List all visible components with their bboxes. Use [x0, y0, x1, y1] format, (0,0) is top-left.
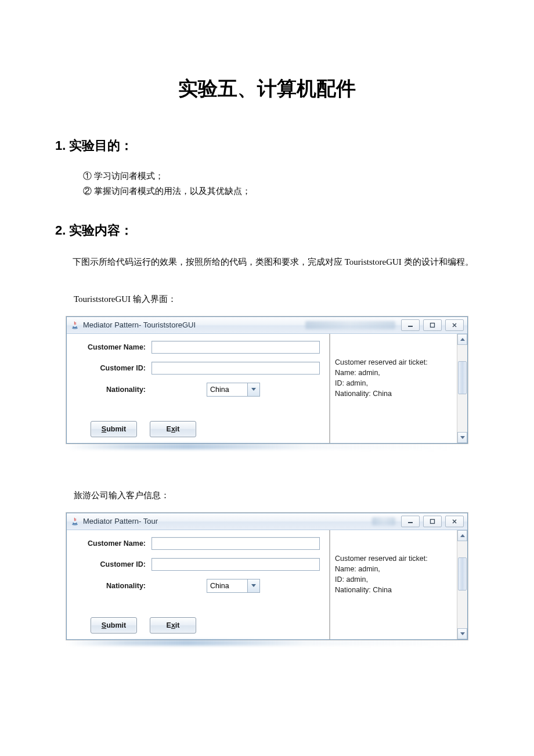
input-customer-name[interactable]: [151, 341, 320, 354]
vertical-scrollbar[interactable]: [457, 530, 467, 639]
submit-button[interactable]: Submit: [91, 617, 137, 633]
combo-selected-text: China: [207, 386, 247, 394]
section1-list: ① 学习访问者模式； ② 掌握访问者模式的用法，以及其优缺点；: [83, 169, 479, 199]
chevron-down-icon[interactable]: [247, 383, 259, 396]
scroll-up-icon[interactable]: [457, 334, 467, 345]
input-customer-name[interactable]: [151, 537, 320, 550]
chevron-down-icon[interactable]: [247, 579, 259, 592]
window-title: Mediator Pattern- Tour: [83, 517, 273, 525]
svg-point-0: [73, 327, 78, 329]
form-panel: Customer Name: Customer ID: Nationality:…: [67, 530, 330, 639]
output-line: ID: admin,: [335, 574, 453, 585]
scroll-track[interactable]: [457, 345, 467, 432]
scroll-down-icon[interactable]: [457, 628, 467, 639]
scroll-thumb[interactable]: [458, 557, 467, 591]
exit-button[interactable]: Exit: [150, 617, 196, 633]
output-line: ID: admin,: [335, 378, 453, 388]
label-customer-id: Customer ID:: [76, 560, 151, 568]
output-line: Nationality: China: [335, 388, 453, 399]
output-line: Customer reserved air ticket:: [335, 357, 453, 368]
combo-nationality[interactable]: China: [207, 383, 260, 397]
output-line: Nationality: China: [335, 585, 453, 595]
label-customer-name: Customer Name:: [76, 539, 151, 548]
titlebar: Mediator Pattern- TouriststoreGUI: [67, 317, 467, 334]
scroll-thumb[interactable]: [458, 361, 467, 394]
svg-rect-4: [408, 522, 413, 523]
scroll-up-icon[interactable]: [457, 530, 467, 541]
list-item: ② 掌握访问者模式的用法，以及其优缺点；: [83, 184, 479, 199]
scroll-track[interactable]: [457, 541, 467, 628]
title-blur-area: [372, 517, 395, 525]
svg-rect-2: [431, 323, 435, 327]
window-title: Mediator Pattern- TouriststoreGUI: [83, 321, 305, 329]
input-customer-id[interactable]: [151, 558, 320, 571]
label-customer-id: Customer ID:: [76, 364, 151, 372]
svg-point-3: [73, 524, 78, 525]
vertical-scrollbar[interactable]: [457, 334, 467, 443]
title-blur-area: [305, 321, 395, 329]
document-title: 实验五、计算机配件: [55, 75, 479, 102]
app-window-tour: Mediator Pattern- Tour Customer Name:: [66, 513, 468, 640]
screenshot-edge-blur: [67, 444, 467, 449]
minimize-button[interactable]: [401, 319, 420, 331]
input-customer-id[interactable]: [151, 362, 320, 375]
scroll-down-icon[interactable]: [457, 432, 467, 443]
form-panel: Customer Name: Customer ID: Nationality:…: [67, 334, 330, 443]
maximize-button[interactable]: [423, 516, 442, 527]
label-customer-name: Customer Name:: [76, 343, 151, 351]
combo-nationality[interactable]: China: [207, 579, 260, 593]
svg-rect-1: [408, 326, 413, 327]
output-line: Name: admin,: [335, 368, 453, 378]
section2-heading: 2. 实验内容：: [55, 222, 479, 239]
label-nationality: Nationality:: [76, 582, 151, 590]
label-nationality: Nationality:: [76, 386, 151, 394]
titlebar: Mediator Pattern- Tour: [67, 513, 467, 530]
exit-button[interactable]: Exit: [150, 421, 196, 437]
submit-label-rest: ubmit: [106, 425, 126, 433]
section2-paragraph: 下图示所给代码运行的效果，按照所给的代码，类图和要求，完成对应 Tourists…: [55, 254, 479, 271]
output-line: Name: admin,: [335, 564, 453, 574]
close-button[interactable]: [445, 516, 464, 527]
caption-1: TouriststoreGUI 输入界面：: [74, 294, 479, 305]
java-icon: [70, 517, 80, 526]
minimize-button[interactable]: [401, 516, 420, 527]
close-button[interactable]: [445, 319, 464, 331]
section1-heading: 1. 实验目的：: [55, 137, 479, 154]
combo-selected-text: China: [207, 582, 247, 590]
app-window-touriststore: Mediator Pattern- TouriststoreGUI Custom…: [66, 316, 468, 444]
list-item: ① 学习访问者模式；: [83, 169, 479, 184]
maximize-button[interactable]: [423, 319, 442, 331]
caption-2: 旅游公司输入客户信息：: [74, 490, 479, 501]
screenshot-edge-blur: [67, 640, 467, 646]
output-panel: Customer reserved air ticket: Name: admi…: [330, 530, 467, 639]
output-line: Customer reserved air ticket:: [335, 553, 453, 564]
svg-rect-5: [431, 519, 435, 523]
submit-button[interactable]: Submit: [91, 421, 137, 437]
output-panel: Customer reserved air ticket: Name: admi…: [330, 334, 467, 443]
java-icon: [70, 321, 80, 330]
